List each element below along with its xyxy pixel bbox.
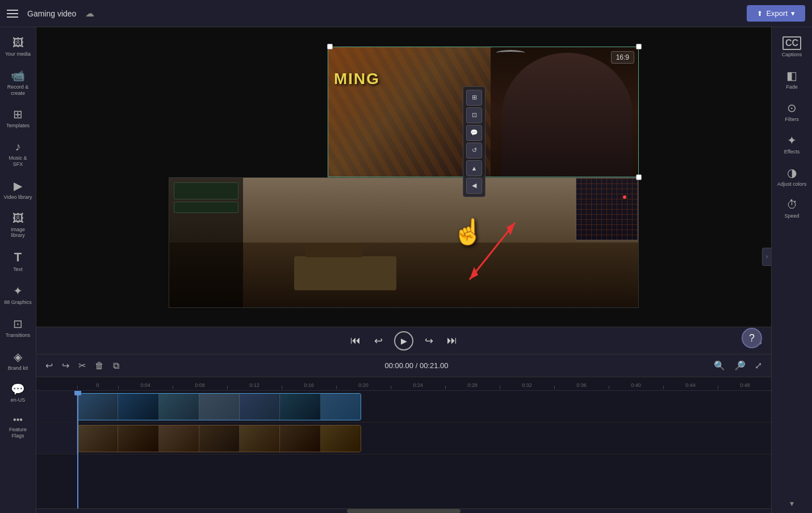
feature-flags-icon: ••• [13,415,23,425]
sidebar-item-feature-flags[interactable]: ••• Feature Flags [2,410,35,444]
tool-btn-flip-h[interactable]: ◀ [466,178,482,194]
track-label-1 [36,391,77,422]
handle-top-left[interactable] [327,44,333,49]
right-panel-adjust-colors[interactable]: ◑ Adjust colors [773,161,811,191]
main-layout: 🖼 Your media 📹 Record & create ⊞ Templat… [0,27,812,513]
rewind-button[interactable]: ↩ [372,332,385,349]
timeline-toolbar: ↩ ↪ ✂ 🗑 ⧉ 00:00.00 / 00:21.00 🔍 🔎 ⤢ [36,354,771,377]
tool-btn-rotate[interactable]: ↺ [466,143,482,159]
frame-2-1 [78,426,118,452]
play-pause-button[interactable]: ▶ [394,331,413,351]
sidebar-item-graphics[interactable]: ✦ 88 Graphics [2,280,35,310]
tool-btn-transform[interactable]: ⊡ [466,107,482,123]
sidebar-item-your-media[interactable]: 🖼 Your media [2,32,35,62]
ruler-mark-8: 0:08 [173,382,227,389]
redo-button[interactable]: ↪ [60,358,72,373]
sidebar-label-graphics: 88 Graphics [4,299,32,306]
filters-label: Filters [785,116,799,122]
sidebar-item-transitions[interactable]: ⊡ Transitions [2,312,35,343]
track-label-2 [36,423,77,454]
music-sfx-icon: ♪ [15,140,21,153]
right-panel-effects[interactable]: ✦ Effects [773,129,811,159]
track-row-2 [36,423,771,454]
video-frame: MING [169,47,639,308]
playhead[interactable] [77,391,78,508]
export-label: Export [766,9,788,18]
fit-timeline-button[interactable]: ⤢ [752,358,764,373]
right-panel-fade[interactable]: ◧ Fade [773,64,811,94]
timeline-tracks [36,391,771,508]
frame-1-7 [321,394,361,420]
export-button[interactable]: ⬆ Export ▾ [747,5,805,22]
game-scene [169,178,638,307]
track-content-1[interactable] [77,391,771,422]
templates-icon: ⊞ [13,107,23,121]
tool-btn-flip-v[interactable]: ▲ [466,160,482,176]
sidebar-item-language[interactable]: 💬 en-US [2,378,35,408]
handle-top-right[interactable] [636,44,642,49]
zoom-in-button[interactable]: 🔎 [732,358,748,373]
right-panel-filters[interactable]: ⊙ Filters [773,97,811,127]
topbar: Gaming video ☁ ⬆ Export ▾ [0,0,812,27]
minimap-grid [576,178,638,240]
delete-button[interactable]: 🗑 [93,358,106,373]
fade-label: Fade [786,84,798,90]
ruler-mark-32: 0:32 [500,382,554,389]
sidebar-item-record[interactable]: 📹 Record & create [2,64,35,101]
skip-to-end-button[interactable]: ⏭ [445,332,459,349]
effects-icon: ✦ [787,134,797,147]
duplicate-button[interactable]: ⧉ [111,358,122,373]
sidebar-item-music-sfx[interactable]: ♪ Music & SFX [2,136,35,172]
gamer-body [502,53,633,177]
right-panel-collapse-arrow[interactable]: › [762,248,771,266]
tool-btn-caption[interactable]: 💬 [466,125,482,141]
ruler-mark-40: 0:40 [609,382,663,389]
scrollbar-thumb[interactable] [347,509,461,513]
sidebar-item-templates[interactable]: ⊞ Templates [2,103,35,134]
sidebar-item-video-library[interactable]: ▶ Video library [2,174,35,205]
sidebar-label-your-media: Your media [5,51,31,57]
video-container[interactable]: MING [36,27,771,327]
captions-icon: CC [782,36,801,50]
topbar-right: ⬆ Export ▾ [747,5,805,22]
track-content-2[interactable] [77,423,771,454]
forward-button[interactable]: ↪ [422,332,436,349]
preview-area: MING [36,27,771,354]
help-button[interactable]: ? [742,328,762,348]
text-icon: T [14,250,22,265]
sidebar-item-image-library[interactable]: 🖼 Image library [2,207,35,244]
ruler-mark-4: 0:04 [118,382,173,389]
sidebar-item-brand-kit[interactable]: ◈ Brand kit [2,345,35,376]
cut-button[interactable]: ✂ [76,358,88,373]
filters-icon: ⊙ [787,101,797,115]
handle-bottom-right[interactable] [636,174,642,180]
sidebar-label-templates: Templates [6,123,30,129]
tool-btn-layout[interactable]: ⊞ [466,90,482,106]
zoom-out-button[interactable]: 🔍 [711,358,727,373]
timeline-scroll-area[interactable]: 0 0:04 0:08 0:12 0:16 0:20 0:24 0:28 0:3… [36,377,771,508]
frame-2-3 [159,426,199,452]
skip-to-start-button[interactable]: ⏮ [348,332,363,349]
clip-1[interactable] [77,393,361,420]
speed-icon: ⏱ [786,198,798,211]
video-library-icon: ▶ [14,179,22,193]
aspect-ratio-badge: 16:9 [611,51,634,64]
cloud-icon: ☁ [85,8,94,19]
frame-1-6 [280,394,320,420]
hamburger-menu[interactable] [7,10,18,18]
sidebar-item-text[interactable]: T Text [2,245,35,277]
undo-button[interactable]: ↩ [43,358,55,373]
right-panel-speed[interactable]: ⏱ Speed [773,194,811,223]
right-panel-captions[interactable]: CC Captions [773,32,811,62]
frame-1-2 [118,394,158,420]
game-vehicle [294,256,396,290]
frame-1-3 [159,394,199,420]
timeline-scrollbar[interactable] [36,508,771,513]
right-sidebar: CC Captions ◧ Fade ⊙ Filters ✦ Effects ◑… [771,27,812,513]
frame-1-1 [78,394,118,420]
sidebar-label-language: en-US [11,397,26,403]
ruler-mark-48: 0:48 [718,382,771,389]
clip-2[interactable] [77,425,361,452]
game-ui-element-2 [174,202,238,213]
right-sidebar-expand[interactable]: ▾ [790,498,794,508]
